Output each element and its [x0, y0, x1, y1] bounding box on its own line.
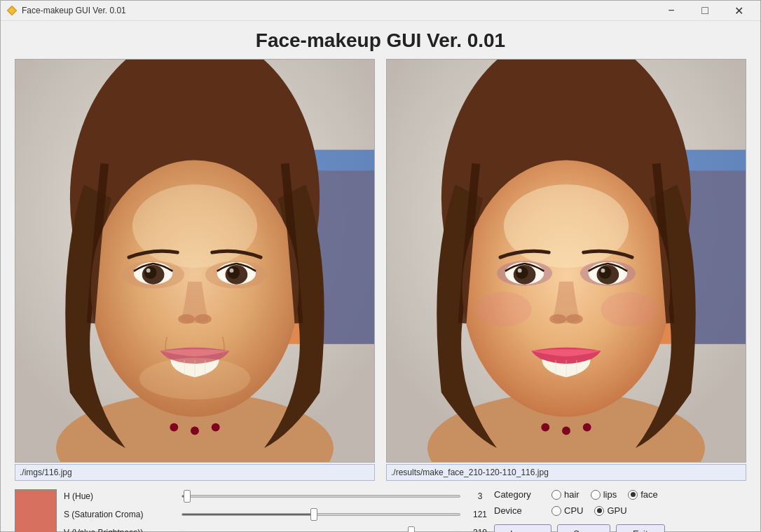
color-swatch: [15, 489, 57, 532]
hue-value: 3: [466, 491, 494, 501]
right-image-box: [386, 59, 746, 463]
main-content: ./imgs/116.jpg: [1, 59, 760, 532]
sliders-section: H (Hue) 3 S (Saturation Croma): [64, 486, 494, 532]
value-row: V (Value Brightness)) 210: [64, 526, 494, 532]
svg-point-47: [476, 292, 531, 327]
svg-point-19: [229, 268, 233, 273]
left-face-image: [15, 60, 374, 462]
right-image-path: ./results/make_face_210-120-110_116.jpg: [386, 464, 746, 481]
svg-point-44: [599, 266, 612, 279]
category-face-item[interactable]: face: [628, 489, 658, 500]
svg-point-9: [132, 184, 257, 268]
category-radio-group: hair lips face: [551, 489, 658, 500]
device-cpu-label: CPU: [564, 505, 583, 516]
svg-point-25: [212, 423, 220, 432]
saturation-row: S (Saturation Croma) 121: [64, 507, 494, 521]
right-face-image: [387, 60, 746, 462]
close-button[interactable]: ✕: [722, 1, 755, 20]
hue-row: H (Hue) 3: [64, 489, 494, 503]
svg-point-49: [549, 314, 566, 324]
value-label: V (Value Brightness)): [64, 528, 176, 532]
left-image-path: ./imgs/116.jpg: [15, 464, 375, 481]
svg-point-24: [191, 427, 199, 435]
right-path-text: ./results/make_face_210-120-110_116.jpg: [391, 468, 549, 477]
title-bar-left: Face-makeup GUI Ver. 0.01: [6, 5, 126, 16]
device-radio-group: CPU GPU: [551, 505, 627, 516]
saturation-label: S (Saturation Croma): [64, 510, 176, 519]
svg-point-48: [601, 292, 656, 327]
minimize-button[interactable]: −: [655, 1, 687, 20]
right-controls: Category hair lips face: [494, 486, 746, 532]
left-image-panel: ./imgs/116.jpg: [15, 59, 375, 481]
image-button[interactable]: Image: [494, 524, 551, 532]
app-icon: [6, 5, 18, 16]
save-button[interactable]: Save: [557, 524, 610, 532]
svg-point-50: [566, 314, 583, 324]
right-image-panel: ./results/make_face_210-120-110_116.jpg: [386, 59, 746, 481]
device-gpu-radio[interactable]: [594, 506, 604, 516]
device-gpu-label: GPU: [607, 505, 626, 516]
category-label: Category: [494, 489, 543, 500]
left-path-text: ./imgs/116.jpg: [20, 468, 72, 477]
category-lips-radio[interactable]: [591, 490, 601, 500]
category-face-label: face: [640, 489, 658, 500]
device-cpu-item[interactable]: CPU: [551, 505, 583, 516]
device-cpu-radio[interactable]: [551, 506, 561, 516]
app-title: Face-makeup GUI Ver. 0.01: [1, 21, 760, 59]
device-label: Device: [494, 505, 543, 516]
svg-point-46: [601, 268, 605, 273]
value-value: 210: [466, 528, 494, 532]
saturation-value: 121: [466, 510, 494, 519]
svg-point-23: [170, 423, 178, 432]
category-face-radio[interactable]: [628, 490, 638, 500]
buttons-row: Image Save Exit: [494, 524, 746, 532]
maximize-button[interactable]: □: [689, 1, 721, 20]
category-lips-label: lips: [603, 489, 617, 500]
left-controls: H (Hue) 3 S (Saturation Croma): [15, 486, 494, 532]
svg-point-20: [178, 314, 195, 324]
category-hair-radio[interactable]: [551, 490, 561, 500]
category-hair-label: hair: [564, 489, 580, 500]
category-row: Category hair lips face: [494, 489, 746, 500]
category-hair-item[interactable]: hair: [551, 489, 580, 500]
svg-point-18: [146, 268, 151, 273]
title-bar-buttons: − □ ✕: [655, 1, 755, 20]
svg-point-17: [228, 266, 240, 279]
controls-row: H (Hue) 3 S (Saturation Croma): [15, 481, 746, 532]
svg-point-16: [144, 266, 157, 279]
hue-label: H (Hue): [64, 491, 176, 501]
svg-point-56: [583, 423, 591, 432]
window-title: Face-makeup GUI Ver. 0.01: [22, 6, 126, 15]
svg-point-36: [504, 184, 629, 268]
svg-point-54: [541, 423, 549, 432]
device-row: Device CPU GPU: [494, 505, 746, 516]
main-window: Face-makeup GUI Ver. 0.01 − □ ✕ Face-mak…: [0, 0, 761, 532]
svg-point-45: [518, 268, 522, 273]
device-gpu-item[interactable]: GPU: [594, 505, 626, 516]
svg-point-21: [195, 314, 212, 324]
title-bar: Face-makeup GUI Ver. 0.01 − □ ✕: [1, 1, 760, 21]
category-lips-item[interactable]: lips: [591, 489, 617, 500]
svg-point-43: [516, 266, 528, 279]
svg-point-55: [562, 427, 570, 435]
images-row: ./imgs/116.jpg: [15, 59, 746, 481]
exit-button[interactable]: Exit: [616, 524, 665, 532]
left-image-box: [15, 59, 375, 463]
